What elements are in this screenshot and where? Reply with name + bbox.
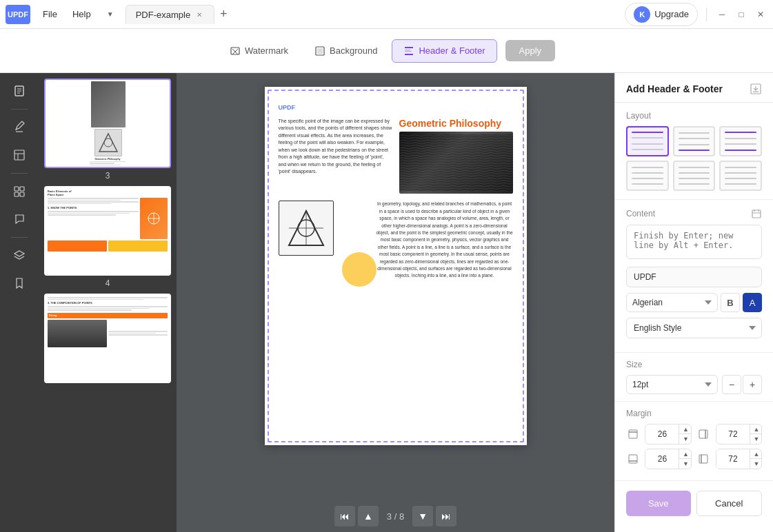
- content-label: Content: [626, 209, 655, 218]
- close-button[interactable]: ✕: [754, 8, 767, 21]
- margin-bottom-up[interactable]: ▲: [679, 449, 691, 459]
- pdf-main-title: Geometric Philosophy: [399, 118, 513, 130]
- panel-header: Add Header & Footer: [615, 73, 773, 103]
- sidebar-edit-icon[interactable]: [7, 143, 32, 167]
- bold-button[interactable]: B: [721, 293, 740, 312]
- pdf-viewer[interactable]: UPDF The specific point of the image can…: [177, 73, 614, 500]
- sidebar-layers-icon[interactable]: [7, 243, 32, 268]
- svg-rect-14: [14, 150, 24, 160]
- layout-line4-1: [632, 167, 663, 168]
- thumbnail-page-4[interactable]: Basic Elements ofPlane Space 1. KNOW THE…: [44, 186, 171, 288]
- thumbnail-page-3[interactable]: Geometric Philosophy 3: [44, 79, 171, 181]
- margin-right-down[interactable]: ▼: [750, 434, 762, 444]
- pdf-tab[interactable]: PDF-example ✕: [126, 5, 214, 24]
- main-toolbar: Watermark Background Header & Footer App…: [0, 29, 773, 73]
- sidebar-annotate-icon[interactable]: [7, 115, 32, 140]
- file-menu[interactable]: File: [36, 6, 64, 22]
- layout-line6-3: [725, 178, 756, 179]
- pdf-body-text: The specific point of the image can be e…: [279, 118, 392, 176]
- margin-top-input[interactable]: 26: [645, 425, 679, 443]
- last-page-button[interactable]: ⏭: [436, 506, 456, 526]
- svg-rect-4: [317, 48, 323, 54]
- margin-bottom-down[interactable]: ▼: [679, 459, 691, 469]
- pdf-content: UPDF The specific point of the image can…: [265, 87, 527, 294]
- layout-line-top2: [725, 132, 756, 133]
- margin-top-row: 26 ▲ ▼ 72 ▲ ▼: [626, 424, 762, 444]
- maximize-button[interactable]: □: [734, 8, 748, 21]
- layout-line5-4: [679, 183, 710, 185]
- header-footer-tool[interactable]: Header & Footer: [392, 39, 496, 63]
- sidebar-organize-icon[interactable]: [7, 179, 32, 204]
- svg-rect-39: [629, 430, 637, 438]
- panel-export-icon[interactable]: [750, 83, 762, 95]
- layout-line-top: [632, 132, 663, 133]
- style-select[interactable]: English Style Chinese Style Japanese Sty…: [626, 318, 762, 338]
- layout-option-2[interactable]: [673, 126, 716, 156]
- panel-title: Add Header & Footer: [626, 83, 723, 94]
- margin-top-down[interactable]: ▼: [679, 434, 691, 444]
- margin-right-icon: [697, 427, 710, 441]
- layout-option-3[interactable]: [719, 126, 762, 156]
- tab-label: PDF-example: [136, 10, 190, 20]
- sidebar-comment-icon[interactable]: [7, 207, 32, 232]
- svg-rect-41: [699, 430, 707, 438]
- save-button[interactable]: Save: [626, 491, 691, 516]
- svg-point-22: [104, 139, 112, 147]
- new-tab-button[interactable]: +: [214, 6, 232, 23]
- layout-option-5[interactable]: [673, 161, 716, 191]
- watermark-tool[interactable]: Watermark: [218, 39, 300, 63]
- pdf-right-column: In geometry, topology, and related branc…: [377, 201, 513, 279]
- margin-section: Margin 26 ▲ ▼: [615, 402, 773, 481]
- margin-bottom-icon: [626, 452, 639, 466]
- thumbnail-label-4: 4: [44, 278, 171, 288]
- layout-option-1[interactable]: [626, 126, 669, 156]
- tab-dropdown-arrow[interactable]: ▼: [103, 8, 117, 21]
- margin-bottom-input[interactable]: 26: [645, 450, 679, 468]
- margin-right-up[interactable]: ▲: [750, 424, 762, 434]
- margin-top-input-wrap: 26 ▲ ▼: [645, 424, 691, 444]
- margin-left-up[interactable]: ▲: [750, 449, 762, 459]
- pdf-circle-decoration: [342, 252, 377, 287]
- right-panel: Add Header & Footer Layout: [614, 73, 773, 532]
- pdf-page: UPDF The specific point of the image can…: [265, 87, 527, 445]
- margin-top-up[interactable]: ▲: [679, 424, 691, 434]
- layout-option-6[interactable]: [719, 161, 762, 191]
- calendar-icon[interactable]: [751, 208, 762, 219]
- content-input[interactable]: [626, 225, 762, 259]
- background-icon: [314, 45, 325, 57]
- margin-bottom-stepper: ▲ ▼: [679, 449, 691, 469]
- layout-line4-2: [632, 172, 663, 174]
- margin-left-down[interactable]: ▼: [750, 459, 762, 469]
- layout-option-4[interactable]: [626, 161, 669, 191]
- sidebar-separator-2: [11, 173, 28, 174]
- minimize-button[interactable]: ─: [715, 8, 729, 21]
- sidebar-pages-icon[interactable]: [7, 79, 32, 103]
- margin-label: Margin: [626, 409, 762, 418]
- size-select[interactable]: 8pt 10pt 12pt 14pt 16pt: [626, 375, 718, 394]
- thumbnail-page-5[interactable]: 3. THE COMPOSITION OF POINTS String: [44, 294, 171, 383]
- content-section: Content UPDF Algerian Arial Times New Ro…: [615, 200, 773, 353]
- size-increase-button[interactable]: +: [743, 375, 762, 394]
- next-page-button[interactable]: ▼: [412, 506, 433, 526]
- background-tool[interactable]: Background: [303, 39, 389, 63]
- margin-left-input[interactable]: 72: [716, 450, 750, 468]
- margin-right-input[interactable]: 72: [716, 425, 750, 443]
- upgrade-button[interactable]: K Upgrade: [625, 3, 698, 26]
- svg-rect-8: [405, 51, 412, 52]
- svg-rect-0: [231, 48, 239, 54]
- color-button[interactable]: A: [743, 293, 762, 312]
- tab-close-button[interactable]: ✕: [194, 10, 204, 19]
- apply-button[interactable]: Apply: [505, 40, 556, 61]
- page-separator: /: [394, 511, 399, 522]
- first-page-button[interactable]: ⏮: [334, 506, 355, 526]
- prev-page-button[interactable]: ▲: [358, 506, 379, 526]
- sidebar-bookmark-icon[interactable]: [7, 271, 32, 296]
- size-decrease-button[interactable]: −: [722, 375, 741, 394]
- svg-rect-5: [405, 47, 413, 48]
- layout-line-mid8: [725, 143, 756, 145]
- size-label: Size: [626, 360, 762, 369]
- help-menu[interactable]: Help: [66, 6, 98, 22]
- margin-top-stepper: ▲ ▼: [679, 424, 691, 444]
- cancel-button[interactable]: Cancel: [696, 491, 763, 516]
- font-family-select[interactable]: Algerian Arial Times New Roman: [626, 293, 718, 312]
